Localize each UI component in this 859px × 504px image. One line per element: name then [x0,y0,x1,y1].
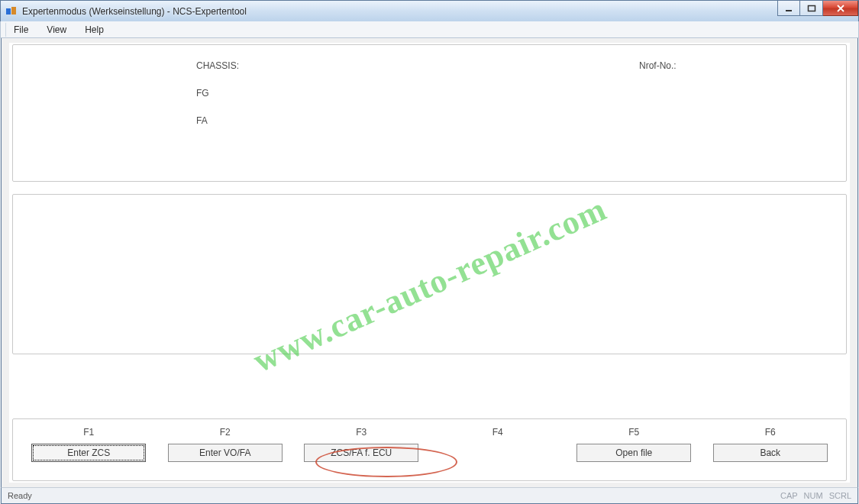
svg-rect-0 [6,8,11,15]
svg-rect-1 [11,7,16,15]
status-scrl: SCRL [829,491,851,500]
open-file-button[interactable]: Open file [576,444,691,462]
label-f1: F1 [21,419,157,444]
zcs-fa-ecu-button[interactable]: ZCS/FA f. ECU [304,444,418,462]
title-bar: Expertenmodus (Werkseinstellung) - NCS-E… [0,0,859,21]
menu-file[interactable]: File [5,22,37,37]
status-num: NUM [804,491,823,500]
status-text: Ready [8,491,32,500]
middle-group [12,194,847,354]
label-f3: F3 [293,419,430,444]
status-cap: CAP [780,491,798,500]
label-fa: FA [196,115,208,126]
enter-zcs-button[interactable]: Enter ZCS [31,444,146,462]
label-f5: F5 [566,419,702,444]
function-buttons-group: F1 F2 F3 F4 F5 F6 Enter ZCS Enter VO/FA … [12,418,847,481]
svg-rect-3 [808,5,815,11]
close-button[interactable] [823,1,858,16]
client-inner: CHASSIS: FG FA Nrof-No.: F1 F2 F3 F4 F5 … [9,43,850,483]
status-bar: Ready CAP NUM SCRL [1,487,858,504]
label-fg: FG [196,88,209,99]
enter-vofa-button[interactable]: Enter VO/FA [168,444,283,462]
label-f2: F2 [157,419,294,444]
window-buttons [777,1,858,16]
label-nrofno: Nrof-No.: [639,60,677,71]
window-title: Expertenmodus (Werkseinstellung) - NCS-E… [22,6,247,17]
fn-key-row: F1 F2 F3 F4 F5 F6 [13,419,846,444]
minimize-button[interactable] [777,1,800,16]
client-area: CHASSIS: FG FA Nrof-No.: F1 F2 F3 F4 F5 … [1,38,858,487]
menu-bar: File View Help [0,21,859,38]
fn-button-row: Enter ZCS Enter VO/FA ZCS/FA f. ECU Open… [13,444,846,470]
status-indicators: CAP NUM SCRL [780,491,851,500]
back-button[interactable]: Back [713,444,828,462]
menu-view[interactable]: View [38,22,75,37]
menu-help[interactable]: Help [76,22,112,37]
app-icon [5,5,18,18]
label-f6: F6 [702,419,839,444]
maximize-button[interactable] [800,1,823,16]
svg-rect-2 [786,10,792,11]
label-chassis: CHASSIS: [196,60,239,71]
spacer [9,363,850,409]
info-group: CHASSIS: FG FA Nrof-No.: [12,44,847,182]
label-f4: F4 [430,419,567,444]
